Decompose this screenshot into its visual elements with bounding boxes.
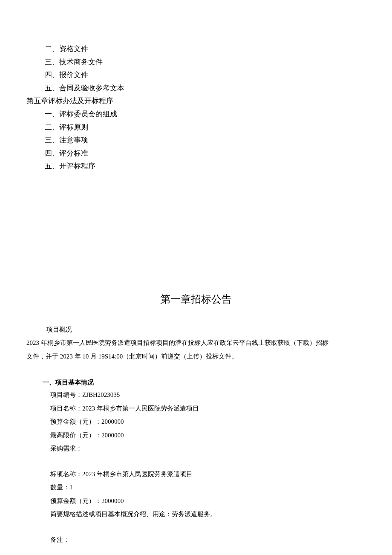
description: 简要规格描述或项目基本概况介绍、用途：劳务派遣服务。 <box>26 508 366 521</box>
toc-chapter: 第五章评标办法及开标程序 <box>26 95 366 108</box>
project-overview: 项目概况 2023 年桐乡市第一人民医院劳务派遣项目招标项目的潜在投标人应在政采… <box>26 323 366 364</box>
project-name: 项目名称：2023 年桐乡市第一人民医院劳务派遣项目 <box>26 402 366 416</box>
toc-item: 一、评标委员会的组成 <box>26 108 366 121</box>
project-details: 项目编号：ZJBH2023035 项目名称：2023 年桐乡市第一人民医院劳务派… <box>26 388 366 546</box>
section-heading: 一、项目基本情况 <box>26 379 366 387</box>
chapter-title: 第一章招标公告 <box>26 292 366 306</box>
toc-item: 四、评分标准 <box>26 147 366 160</box>
toc-item: 四、报价文件 <box>26 69 366 82</box>
budget-amount: 预算金额（元）：2000000 <box>26 415 366 429</box>
overview-text-line: 2023 年桐乡市第一人民医院劳务派遣项目招标项目的潜在投标人应在政采云平台线上… <box>26 336 366 350</box>
overview-label: 项目概况 <box>26 323 366 337</box>
remark: 备注： <box>26 533 366 547</box>
table-of-contents: 二、资格文件 三、技术商务文件 四、报价文件 五、合同及验收参考文本 第五章评标… <box>26 43 366 173</box>
toc-item: 五、合同及验收参考文本 <box>26 82 366 95</box>
toc-item: 二、资格文件 <box>26 43 366 56</box>
overview-text-line: 文件，并于 2023 年 10 月 19S14:00（北京时间）前递交（上传）投… <box>26 350 366 364</box>
requirements-label: 采购需求： <box>26 442 366 456</box>
toc-item: 二、评标原则 <box>26 121 366 134</box>
quantity: 数量：1 <box>26 481 366 494</box>
project-number: 项目编号：ZJBH2023035 <box>26 388 366 402</box>
budget-amount-detail: 预算金额（元）：2000000 <box>26 494 366 508</box>
max-price: 最高限价（元）：2000000 <box>26 429 366 442</box>
toc-item: 三、注意事项 <box>26 134 366 147</box>
bid-name: 标项名称：2023 年桐乡市第人民医院劳务派遣项目 <box>26 468 366 481</box>
toc-item: 五、开评标程序 <box>26 160 366 173</box>
toc-item: 三、技术商务文件 <box>26 56 366 69</box>
